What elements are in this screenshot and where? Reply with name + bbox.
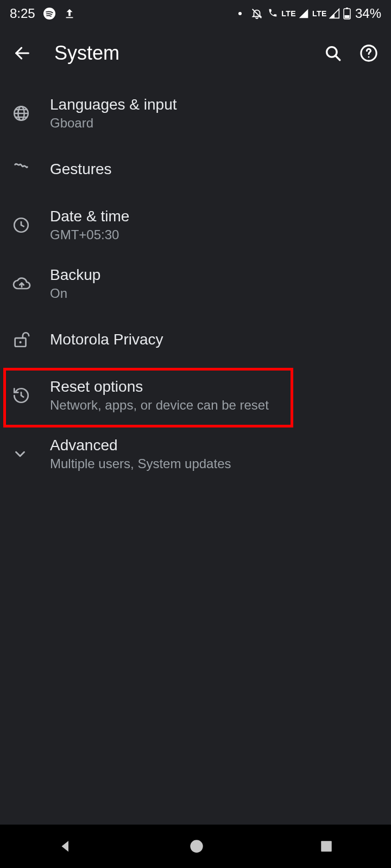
item-title: Motorola Privacy [50, 331, 378, 348]
settings-list: Languages & input Gboard Gestures Date &… [0, 79, 391, 483]
lte-label-2: LTE [312, 9, 327, 18]
item-date-time[interactable]: Date & time GMT+05:30 [0, 196, 391, 254]
nav-recent-button[interactable] [319, 839, 333, 853]
svg-point-1 [238, 12, 242, 15]
item-backup[interactable]: Backup On [0, 254, 391, 313]
item-title: Date & time [50, 208, 378, 225]
svg-point-17 [190, 840, 203, 852]
chevron-down-icon [12, 446, 50, 462]
svg-rect-18 [321, 841, 332, 852]
item-title: Advanced [50, 437, 378, 454]
status-bar: 8:25 LTE LTE 34% [0, 0, 391, 27]
item-gestures[interactable]: Gestures [0, 143, 391, 196]
globe-icon [12, 104, 50, 123]
item-subtitle: GMT+05:30 [50, 227, 378, 242]
item-subtitle: Network, apps, or device can be reset [50, 398, 378, 413]
signal-icon-2 [329, 8, 340, 19]
restore-icon [12, 386, 50, 405]
dnd-off-icon [251, 8, 263, 20]
lte-label-1: LTE [281, 9, 296, 18]
item-subtitle: On [50, 286, 378, 301]
spotify-icon [43, 7, 56, 20]
item-title: Gestures [50, 161, 378, 178]
svg-line-8 [336, 55, 340, 60]
wifi-calling-icon [266, 8, 278, 20]
dot-icon [238, 11, 242, 16]
page-title: System [54, 42, 324, 65]
item-subtitle: Multiple users, System updates [50, 456, 378, 471]
item-reset-options[interactable]: Reset options Network, apps, or device c… [0, 366, 391, 425]
item-title: Languages & input [50, 96, 378, 113]
item-motorola-privacy[interactable]: Motorola Privacy [0, 313, 391, 366]
gesture-icon [12, 160, 50, 178]
cloud-upload-icon [12, 276, 50, 292]
back-button[interactable] [13, 44, 35, 62]
battery-percent: 34% [355, 6, 381, 21]
item-advanced[interactable]: Advanced Multiple users, System updates [0, 425, 391, 483]
nav-home-button[interactable] [189, 839, 204, 854]
item-title: Reset options [50, 378, 378, 395]
svg-point-10 [368, 56, 370, 58]
status-time: 8:25 [10, 6, 35, 21]
nav-back-button[interactable] [58, 838, 74, 854]
svg-rect-4 [346, 8, 348, 9]
lock-open-icon [12, 330, 50, 349]
help-button[interactable] [360, 44, 378, 62]
svg-rect-5 [344, 15, 349, 18]
item-subtitle: Gboard [50, 116, 378, 131]
upload-icon [64, 8, 75, 20]
svg-point-16 [19, 341, 21, 343]
app-header: System [0, 27, 391, 79]
battery-icon [343, 8, 351, 20]
clock-icon [12, 216, 50, 234]
item-title: Backup [50, 266, 378, 284]
item-languages-input[interactable]: Languages & input Gboard [0, 84, 391, 143]
search-button[interactable] [324, 44, 342, 62]
nav-bar [0, 825, 391, 868]
signal-icon-1 [298, 8, 309, 19]
